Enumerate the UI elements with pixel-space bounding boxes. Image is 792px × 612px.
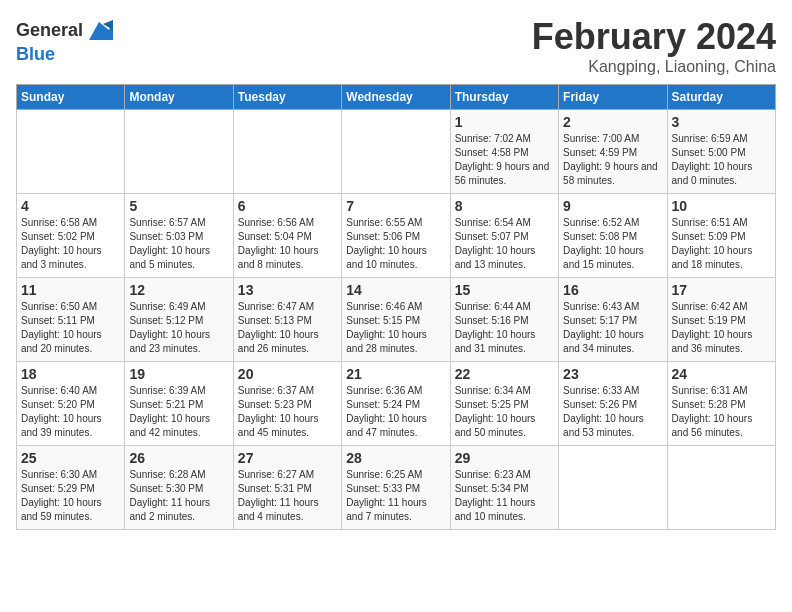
calendar-cell: 7Sunrise: 6:55 AM Sunset: 5:06 PM Daylig… [342, 194, 450, 278]
day-info: Sunrise: 6:33 AM Sunset: 5:26 PM Dayligh… [563, 384, 662, 440]
day-info: Sunrise: 6:58 AM Sunset: 5:02 PM Dayligh… [21, 216, 120, 272]
day-info: Sunrise: 6:23 AM Sunset: 5:34 PM Dayligh… [455, 468, 554, 524]
day-info: Sunrise: 6:30 AM Sunset: 5:29 PM Dayligh… [21, 468, 120, 524]
day-number: 13 [238, 282, 337, 298]
day-info: Sunrise: 6:42 AM Sunset: 5:19 PM Dayligh… [672, 300, 771, 356]
calendar-cell: 21Sunrise: 6:36 AM Sunset: 5:24 PM Dayli… [342, 362, 450, 446]
calendar-cell: 26Sunrise: 6:28 AM Sunset: 5:30 PM Dayli… [125, 446, 233, 530]
day-info: Sunrise: 6:36 AM Sunset: 5:24 PM Dayligh… [346, 384, 445, 440]
week-row-3: 11Sunrise: 6:50 AM Sunset: 5:11 PM Dayli… [17, 278, 776, 362]
day-number: 7 [346, 198, 445, 214]
day-info: Sunrise: 6:57 AM Sunset: 5:03 PM Dayligh… [129, 216, 228, 272]
day-number: 29 [455, 450, 554, 466]
day-number: 15 [455, 282, 554, 298]
calendar-cell: 1Sunrise: 7:02 AM Sunset: 4:58 PM Daylig… [450, 110, 558, 194]
week-row-2: 4Sunrise: 6:58 AM Sunset: 5:02 PM Daylig… [17, 194, 776, 278]
calendar-cell: 20Sunrise: 6:37 AM Sunset: 5:23 PM Dayli… [233, 362, 341, 446]
day-number: 19 [129, 366, 228, 382]
day-number: 28 [346, 450, 445, 466]
day-info: Sunrise: 6:54 AM Sunset: 5:07 PM Dayligh… [455, 216, 554, 272]
calendar-header-row: SundayMondayTuesdayWednesdayThursdayFrid… [17, 85, 776, 110]
day-number: 4 [21, 198, 120, 214]
day-number: 17 [672, 282, 771, 298]
day-info: Sunrise: 6:34 AM Sunset: 5:25 PM Dayligh… [455, 384, 554, 440]
day-number: 3 [672, 114, 771, 130]
calendar-cell: 16Sunrise: 6:43 AM Sunset: 5:17 PM Dayli… [559, 278, 667, 362]
logo-icon [85, 16, 113, 44]
calendar-cell [559, 446, 667, 530]
calendar-cell: 6Sunrise: 6:56 AM Sunset: 5:04 PM Daylig… [233, 194, 341, 278]
day-number: 2 [563, 114, 662, 130]
calendar-cell: 11Sunrise: 6:50 AM Sunset: 5:11 PM Dayli… [17, 278, 125, 362]
day-info: Sunrise: 6:44 AM Sunset: 5:16 PM Dayligh… [455, 300, 554, 356]
calendar-cell: 19Sunrise: 6:39 AM Sunset: 5:21 PM Dayli… [125, 362, 233, 446]
calendar-cell [342, 110, 450, 194]
calendar-cell: 17Sunrise: 6:42 AM Sunset: 5:19 PM Dayli… [667, 278, 775, 362]
day-number: 10 [672, 198, 771, 214]
calendar-cell: 28Sunrise: 6:25 AM Sunset: 5:33 PM Dayli… [342, 446, 450, 530]
week-row-1: 1Sunrise: 7:02 AM Sunset: 4:58 PM Daylig… [17, 110, 776, 194]
day-info: Sunrise: 6:43 AM Sunset: 5:17 PM Dayligh… [563, 300, 662, 356]
day-info: Sunrise: 7:02 AM Sunset: 4:58 PM Dayligh… [455, 132, 554, 188]
calendar-cell: 10Sunrise: 6:51 AM Sunset: 5:09 PM Dayli… [667, 194, 775, 278]
day-number: 16 [563, 282, 662, 298]
day-number: 6 [238, 198, 337, 214]
day-number: 9 [563, 198, 662, 214]
logo-general-text: General [16, 20, 83, 41]
day-number: 5 [129, 198, 228, 214]
day-info: Sunrise: 6:27 AM Sunset: 5:31 PM Dayligh… [238, 468, 337, 524]
calendar-cell: 25Sunrise: 6:30 AM Sunset: 5:29 PM Dayli… [17, 446, 125, 530]
day-number: 24 [672, 366, 771, 382]
day-info: Sunrise: 7:00 AM Sunset: 4:59 PM Dayligh… [563, 132, 662, 188]
header-sunday: Sunday [17, 85, 125, 110]
day-number: 12 [129, 282, 228, 298]
day-info: Sunrise: 6:50 AM Sunset: 5:11 PM Dayligh… [21, 300, 120, 356]
calendar-cell: 14Sunrise: 6:46 AM Sunset: 5:15 PM Dayli… [342, 278, 450, 362]
day-info: Sunrise: 6:52 AM Sunset: 5:08 PM Dayligh… [563, 216, 662, 272]
logo: General Blue [16, 16, 113, 65]
calendar-cell: 3Sunrise: 6:59 AM Sunset: 5:00 PM Daylig… [667, 110, 775, 194]
calendar-cell: 5Sunrise: 6:57 AM Sunset: 5:03 PM Daylig… [125, 194, 233, 278]
calendar-table: SundayMondayTuesdayWednesdayThursdayFrid… [16, 84, 776, 530]
day-info: Sunrise: 6:31 AM Sunset: 5:28 PM Dayligh… [672, 384, 771, 440]
day-info: Sunrise: 6:28 AM Sunset: 5:30 PM Dayligh… [129, 468, 228, 524]
header-saturday: Saturday [667, 85, 775, 110]
header-wednesday: Wednesday [342, 85, 450, 110]
day-info: Sunrise: 6:55 AM Sunset: 5:06 PM Dayligh… [346, 216, 445, 272]
calendar-cell: 9Sunrise: 6:52 AM Sunset: 5:08 PM Daylig… [559, 194, 667, 278]
calendar-cell: 24Sunrise: 6:31 AM Sunset: 5:28 PM Dayli… [667, 362, 775, 446]
calendar-cell: 29Sunrise: 6:23 AM Sunset: 5:34 PM Dayli… [450, 446, 558, 530]
day-number: 22 [455, 366, 554, 382]
calendar-cell: 27Sunrise: 6:27 AM Sunset: 5:31 PM Dayli… [233, 446, 341, 530]
day-number: 1 [455, 114, 554, 130]
calendar-cell: 2Sunrise: 7:00 AM Sunset: 4:59 PM Daylig… [559, 110, 667, 194]
day-number: 25 [21, 450, 120, 466]
day-info: Sunrise: 6:51 AM Sunset: 5:09 PM Dayligh… [672, 216, 771, 272]
week-row-5: 25Sunrise: 6:30 AM Sunset: 5:29 PM Dayli… [17, 446, 776, 530]
calendar-cell: 22Sunrise: 6:34 AM Sunset: 5:25 PM Dayli… [450, 362, 558, 446]
day-info: Sunrise: 6:46 AM Sunset: 5:15 PM Dayligh… [346, 300, 445, 356]
header-friday: Friday [559, 85, 667, 110]
calendar-cell: 18Sunrise: 6:40 AM Sunset: 5:20 PM Dayli… [17, 362, 125, 446]
day-info: Sunrise: 6:47 AM Sunset: 5:13 PM Dayligh… [238, 300, 337, 356]
logo-blue-text: Blue [16, 44, 55, 65]
month-year-title: February 2024 [532, 16, 776, 58]
calendar-cell: 4Sunrise: 6:58 AM Sunset: 5:02 PM Daylig… [17, 194, 125, 278]
location-subtitle: Kangping, Liaoning, China [532, 58, 776, 76]
calendar-cell [17, 110, 125, 194]
day-info: Sunrise: 6:59 AM Sunset: 5:00 PM Dayligh… [672, 132, 771, 188]
day-number: 8 [455, 198, 554, 214]
day-info: Sunrise: 6:40 AM Sunset: 5:20 PM Dayligh… [21, 384, 120, 440]
day-number: 14 [346, 282, 445, 298]
day-number: 26 [129, 450, 228, 466]
calendar-cell: 15Sunrise: 6:44 AM Sunset: 5:16 PM Dayli… [450, 278, 558, 362]
calendar-cell: 12Sunrise: 6:49 AM Sunset: 5:12 PM Dayli… [125, 278, 233, 362]
title-block: February 2024 Kangping, Liaoning, China [532, 16, 776, 76]
day-info: Sunrise: 6:49 AM Sunset: 5:12 PM Dayligh… [129, 300, 228, 356]
day-info: Sunrise: 6:39 AM Sunset: 5:21 PM Dayligh… [129, 384, 228, 440]
day-number: 21 [346, 366, 445, 382]
day-number: 23 [563, 366, 662, 382]
calendar-cell [667, 446, 775, 530]
day-number: 20 [238, 366, 337, 382]
calendar-cell: 8Sunrise: 6:54 AM Sunset: 5:07 PM Daylig… [450, 194, 558, 278]
